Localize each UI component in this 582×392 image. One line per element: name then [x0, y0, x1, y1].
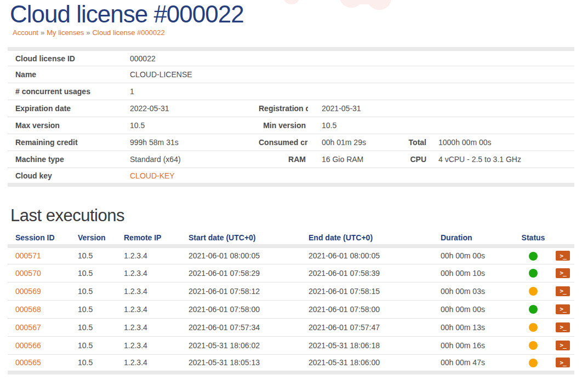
field-label: Min version	[259, 117, 308, 134]
end-date-cell: 2021-06-01 08:00:05	[301, 246, 433, 264]
field-value: 4 vCPU - 2.5 to 3.1 GHz	[434, 151, 574, 168]
end-date-cell: 2021-06-01 07:57:47	[301, 318, 433, 336]
terminal-button[interactable]: >_	[556, 286, 570, 296]
execution-row: 000569 10.5 1.2.3.4 2021-06-01 07:58:12 …	[8, 282, 574, 300]
session-id-link[interactable]: 000571	[15, 251, 41, 260]
terminal-icon: >_	[560, 341, 566, 350]
breadcrumb-current-link[interactable]: Cloud license #000022	[92, 28, 164, 37]
detail-row-cloud-key: Cloud key CLOUD-KEY	[8, 168, 574, 185]
field-value: 16 Gio RAM	[308, 151, 396, 168]
version-cell: 10.5	[70, 300, 116, 318]
field-value: 000022	[130, 49, 574, 66]
execution-row: 000566 10.5 1.2.3.4 2021-05-31 18:06:02 …	[8, 336, 574, 354]
duration-cell: 00h 00m 10s	[433, 264, 515, 282]
remote-ip-cell: 1.2.3.4	[116, 264, 181, 282]
field-value: 2021-05-31	[308, 100, 574, 117]
execution-row: 000568 10.5 1.2.3.4 2021-06-01 07:58:00 …	[8, 300, 574, 318]
terminal-icon: >_	[560, 252, 566, 261]
remote-ip-cell: 1.2.3.4	[116, 318, 181, 336]
breadcrumb-separator: »	[86, 28, 90, 37]
section-title-last-executions: Last executions	[10, 206, 582, 225]
session-id-link[interactable]: 000565	[15, 358, 41, 367]
field-value: 1	[130, 83, 574, 100]
terminal-icon: >_	[560, 323, 566, 332]
session-id-link[interactable]: 000570	[15, 269, 41, 278]
terminal-button[interactable]: >_	[556, 341, 570, 350]
field-label: Machine type	[8, 151, 130, 168]
start-date-cell: 2021-06-01 07:58:00	[181, 300, 301, 318]
field-label: Name	[8, 66, 130, 83]
column-header-actions	[551, 232, 574, 246]
execution-row: 000571 10.5 1.2.3.4 2021-06-01 08:00:05 …	[8, 246, 574, 264]
terminal-button[interactable]: >_	[556, 322, 570, 332]
field-label: Registration date	[259, 100, 308, 117]
execution-row: 000570 10.5 1.2.3.4 2021-06-01 07:58:29 …	[8, 264, 574, 282]
status-indicator	[529, 269, 538, 278]
detail-row-cloud-license-id: Cloud license ID 000022	[8, 49, 574, 66]
field-label: # concurrent usages	[8, 83, 130, 100]
terminal-button[interactable]: >_	[556, 268, 570, 278]
terminal-button[interactable]: >_	[556, 251, 570, 261]
column-header-duration: Duration	[433, 232, 515, 246]
session-id-link[interactable]: 000566	[15, 341, 41, 350]
field-label: Max version	[8, 117, 130, 134]
field-label: RAM	[259, 151, 308, 168]
version-cell: 10.5	[70, 336, 116, 354]
status-indicator	[529, 305, 538, 314]
column-header-session-id: Session ID	[8, 232, 70, 246]
field-label: Remaining credit	[8, 134, 130, 151]
column-header-start-date: Start date (UTC+0)	[181, 232, 301, 246]
terminal-icon: >_	[560, 359, 566, 367]
start-date-cell: 2021-06-01 07:57:34	[181, 318, 301, 336]
executions-header-row: Session ID Version Remote IP Start date …	[8, 232, 574, 246]
field-value: 1000h 00m 00s	[434, 134, 574, 151]
detail-row-versions: Max version 10.5 Min version 10.5	[8, 117, 574, 134]
license-details-table: Cloud license ID 000022 Name CLOUD-LICEN…	[8, 47, 574, 187]
last-executions-table: Session ID Version Remote IP Start date …	[8, 232, 574, 374]
terminal-icon: >_	[560, 269, 566, 278]
breadcrumb-account-link[interactable]: Account	[13, 28, 38, 37]
remote-ip-cell: 1.2.3.4	[116, 300, 181, 318]
field-value: CLOUD-KEY	[130, 168, 574, 185]
field-value: 2022-05-31	[130, 100, 259, 117]
field-label: Cloud key	[8, 168, 130, 185]
end-date-cell: 2021-06-01 07:58:00	[301, 300, 433, 318]
cloud-key-link[interactable]: CLOUD-KEY	[130, 171, 175, 180]
start-date-cell: 2021-06-01 08:00:05	[181, 246, 301, 264]
end-date-cell: 2021-06-01 07:58:39	[301, 264, 433, 282]
detail-row-credit: Remaining credit 999h 58m 31s Consumed c…	[8, 134, 574, 151]
session-id-link[interactable]: 000569	[15, 287, 41, 296]
field-value: 00h 01m 29s	[308, 134, 396, 151]
version-cell: 10.5	[70, 264, 116, 282]
duration-cell: 00h 00m 03s	[433, 282, 515, 300]
field-value: CLOUD-LICENSE	[130, 66, 574, 83]
status-indicator	[529, 287, 538, 296]
start-date-cell: 2021-05-31 18:05:13	[181, 354, 301, 372]
field-value: Standard (x64)	[130, 151, 259, 168]
duration-cell: 00h 00m 13s	[433, 318, 515, 336]
terminal-icon: >_	[560, 305, 566, 314]
terminal-button[interactable]: >_	[556, 304, 570, 314]
end-date-cell: 2021-05-31 18:06:00	[301, 354, 433, 372]
breadcrumb: Account»My licenses»Cloud license #00002…	[13, 28, 582, 37]
column-header-remote-ip: Remote IP	[116, 232, 181, 246]
session-id-link[interactable]: 000568	[15, 305, 41, 314]
start-date-cell: 2021-05-31 18:06:02	[181, 336, 301, 354]
detail-row-dates: Expiration date 2022-05-31 Registration …	[8, 100, 574, 117]
duration-cell: 00h 00m 00s	[433, 300, 515, 318]
breadcrumb-separator: »	[41, 28, 44, 37]
field-label: CPU	[396, 151, 434, 168]
remote-ip-cell: 1.2.3.4	[116, 336, 181, 354]
field-value: 999h 58m 31s	[130, 134, 259, 151]
breadcrumb-my-licenses-link[interactable]: My licenses	[47, 28, 84, 37]
version-cell: 10.5	[70, 318, 116, 336]
execution-row: 000565 10.5 1.2.3.4 2021-05-31 18:05:13 …	[8, 354, 574, 372]
status-indicator	[529, 252, 538, 261]
session-id-link[interactable]: 000567	[15, 323, 41, 332]
detail-row-machine: Machine type Standard (x64) RAM 16 Gio R…	[8, 151, 574, 168]
remote-ip-cell: 1.2.3.4	[116, 282, 181, 300]
field-label: Expiration date	[8, 100, 130, 117]
terminal-button[interactable]: >_	[556, 358, 570, 367]
field-label: Consumed credit	[259, 134, 308, 151]
status-indicator	[529, 341, 538, 350]
